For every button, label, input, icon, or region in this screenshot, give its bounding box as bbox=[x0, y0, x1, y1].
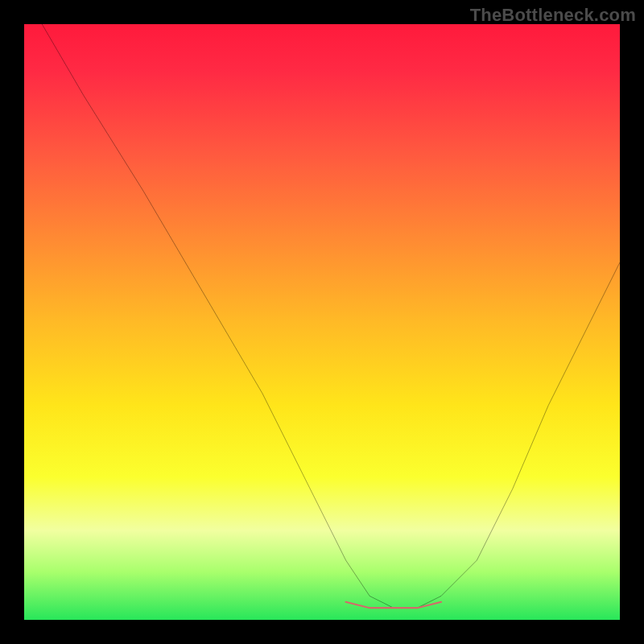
plot-area bbox=[24, 24, 620, 620]
bottleneck-curve bbox=[42, 24, 620, 608]
chart-stage: TheBottleneck.com bbox=[0, 0, 644, 644]
watermark-text: TheBottleneck.com bbox=[470, 5, 636, 26]
curve-overlay bbox=[24, 24, 620, 620]
optimal-band bbox=[346, 602, 441, 608]
